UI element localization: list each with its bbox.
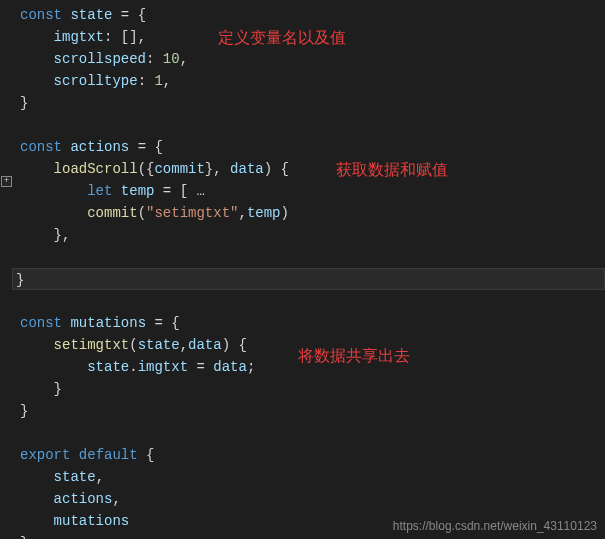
code-line[interactable]: scrolltype: 1, xyxy=(16,70,605,92)
annotation-text: 将数据共享出去 xyxy=(298,346,410,367)
code-line[interactable]: state, xyxy=(16,466,605,488)
code-line[interactable]: loadScroll({commit}, data) { xyxy=(16,158,605,180)
code-line[interactable]: } xyxy=(16,378,605,400)
code-line[interactable]: actions, xyxy=(16,488,605,510)
code-line[interactable]: let temp = [ … xyxy=(16,180,605,202)
code-line[interactable]: const mutations = { xyxy=(16,312,605,334)
code-line[interactable]: } xyxy=(16,92,605,114)
code-line[interactable]: export default { xyxy=(16,444,605,466)
code-line[interactable]: scrollspeed: 10, xyxy=(16,48,605,70)
code-line-current[interactable]: } xyxy=(12,268,605,290)
code-line[interactable] xyxy=(16,114,605,136)
code-line[interactable]: const state = { xyxy=(16,4,605,26)
fold-icon[interactable]: + xyxy=(1,176,12,187)
code-line[interactable]: const actions = { xyxy=(16,136,605,158)
code-line[interactable]: commit("setimgtxt",temp) xyxy=(16,202,605,224)
annotation-text: 定义变量名以及值 xyxy=(218,28,346,49)
code-editor[interactable]: + const state = { imgtxt: [], scrollspee… xyxy=(0,0,605,539)
watermark: https://blog.csdn.net/weixin_43110123 xyxy=(393,519,597,533)
annotation-text: 获取数据和赋值 xyxy=(336,160,448,181)
code-line[interactable]: } xyxy=(16,532,605,539)
code-line[interactable] xyxy=(16,290,605,312)
code-line[interactable]: } xyxy=(16,400,605,422)
code-line[interactable] xyxy=(16,422,605,444)
code-line[interactable] xyxy=(16,246,605,268)
code-line[interactable]: }, xyxy=(16,224,605,246)
